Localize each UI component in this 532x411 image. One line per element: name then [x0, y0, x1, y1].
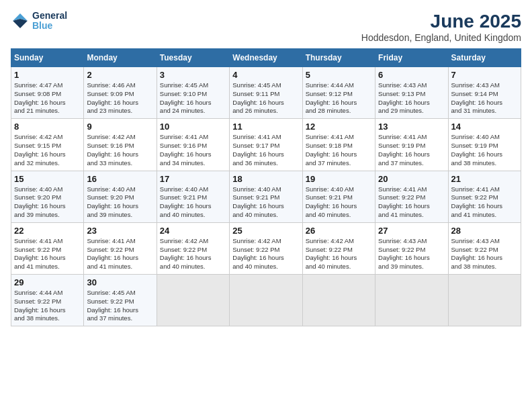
table-row: [448, 275, 521, 326]
col-saturday: Saturday: [448, 49, 521, 67]
day-number: 29: [14, 277, 81, 287]
table-row: 15Sunrise: 4:40 AM Sunset: 9:20 PM Dayli…: [11, 171, 84, 222]
day-number: 1: [14, 70, 81, 80]
day-info: Sunrise: 4:43 AM Sunset: 9:14 PM Dayligh…: [451, 81, 518, 116]
day-number: 16: [87, 174, 153, 184]
table-row: 2Sunrise: 4:46 AM Sunset: 9:09 PM Daylig…: [84, 67, 157, 119]
day-info: Sunrise: 4:43 AM Sunset: 9:22 PM Dayligh…: [451, 237, 518, 271]
table-row: 28Sunrise: 4:43 AM Sunset: 9:22 PM Dayli…: [448, 222, 521, 274]
day-number: 14: [451, 122, 518, 132]
table-row: 20Sunrise: 4:41 AM Sunset: 9:22 PM Dayli…: [375, 171, 448, 222]
logo-icon: [11, 11, 30, 30]
day-number: 8: [14, 122, 81, 132]
table-row: [230, 275, 302, 326]
col-tuesday: Tuesday: [157, 49, 229, 67]
day-info: Sunrise: 4:41 AM Sunset: 9:22 PM Dayligh…: [378, 185, 445, 220]
day-number: 24: [160, 226, 226, 236]
day-number: 5: [306, 70, 372, 80]
day-number: 9: [87, 122, 153, 132]
table-row: 25Sunrise: 4:42 AM Sunset: 9:22 PM Dayli…: [230, 222, 302, 274]
calendar-row: 15Sunrise: 4:40 AM Sunset: 9:20 PM Dayli…: [11, 171, 521, 222]
table-row: 9Sunrise: 4:42 AM Sunset: 9:16 PM Daylig…: [84, 119, 157, 171]
day-number: 17: [160, 174, 226, 184]
col-wednesday: Wednesday: [230, 49, 302, 67]
table-row: 8Sunrise: 4:42 AM Sunset: 9:15 PM Daylig…: [11, 119, 84, 171]
header: General Blue June 2025 Hoddesdon, Englan…: [11, 11, 521, 43]
day-info: Sunrise: 4:40 AM Sunset: 9:21 PM Dayligh…: [160, 185, 226, 220]
day-info: Sunrise: 4:41 AM Sunset: 9:18 PM Dayligh…: [306, 133, 372, 167]
day-info: Sunrise: 4:40 AM Sunset: 9:19 PM Dayligh…: [451, 133, 518, 167]
day-number: 28: [451, 226, 518, 236]
calendar-subtitle: Hoddesdon, England, United Kingdom: [361, 32, 521, 43]
day-number: 25: [232, 226, 299, 236]
table-row: 23Sunrise: 4:41 AM Sunset: 9:22 PM Dayli…: [84, 222, 157, 274]
day-info: Sunrise: 4:45 AM Sunset: 9:22 PM Dayligh…: [87, 289, 153, 323]
table-row: 11Sunrise: 4:41 AM Sunset: 9:17 PM Dayli…: [230, 119, 302, 171]
calendar-table: Sunday Monday Tuesday Wednesday Thursday…: [11, 48, 521, 326]
day-info: Sunrise: 4:40 AM Sunset: 9:20 PM Dayligh…: [14, 185, 81, 220]
table-row: 22Sunrise: 4:41 AM Sunset: 9:22 PM Dayli…: [11, 222, 84, 274]
table-row: 14Sunrise: 4:40 AM Sunset: 9:19 PM Dayli…: [448, 119, 521, 171]
day-info: Sunrise: 4:40 AM Sunset: 9:21 PM Dayligh…: [306, 185, 372, 220]
day-info: Sunrise: 4:43 AM Sunset: 9:13 PM Dayligh…: [378, 81, 445, 116]
day-info: Sunrise: 4:44 AM Sunset: 9:22 PM Dayligh…: [14, 289, 81, 323]
day-number: 3: [160, 70, 226, 80]
logo-line2: Blue: [32, 20, 52, 31]
table-row: 3Sunrise: 4:45 AM Sunset: 9:10 PM Daylig…: [157, 67, 229, 119]
day-number: 30: [87, 277, 153, 287]
day-info: Sunrise: 4:41 AM Sunset: 9:22 PM Dayligh…: [14, 237, 81, 271]
day-info: Sunrise: 4:44 AM Sunset: 9:12 PM Dayligh…: [306, 81, 372, 116]
logo-line1: General: [32, 11, 67, 21]
day-number: 22: [14, 226, 81, 236]
day-info: Sunrise: 4:42 AM Sunset: 9:15 PM Dayligh…: [14, 133, 81, 167]
day-number: 19: [306, 174, 372, 184]
day-number: 15: [14, 174, 81, 184]
day-info: Sunrise: 4:41 AM Sunset: 9:22 PM Dayligh…: [87, 237, 153, 271]
day-info: Sunrise: 4:46 AM Sunset: 9:09 PM Dayligh…: [87, 81, 153, 116]
table-row: 27Sunrise: 4:43 AM Sunset: 9:22 PM Dayli…: [375, 222, 448, 274]
table-row: 10Sunrise: 4:41 AM Sunset: 9:16 PM Dayli…: [157, 119, 229, 171]
day-info: Sunrise: 4:41 AM Sunset: 9:17 PM Dayligh…: [232, 133, 299, 167]
logo: General Blue: [11, 11, 67, 32]
table-row: [375, 275, 448, 326]
table-row: 18Sunrise: 4:40 AM Sunset: 9:21 PM Dayli…: [230, 171, 302, 222]
day-number: 27: [378, 226, 445, 236]
col-sunday: Sunday: [11, 49, 84, 67]
table-row: 13Sunrise: 4:41 AM Sunset: 9:19 PM Dayli…: [375, 119, 448, 171]
day-number: 2: [87, 70, 153, 80]
calendar-row: 1Sunrise: 4:47 AM Sunset: 9:08 PM Daylig…: [11, 67, 521, 119]
table-row: 17Sunrise: 4:40 AM Sunset: 9:21 PM Dayli…: [157, 171, 229, 222]
day-info: Sunrise: 4:42 AM Sunset: 9:22 PM Dayligh…: [306, 237, 372, 271]
table-row: 16Sunrise: 4:40 AM Sunset: 9:20 PM Dayli…: [84, 171, 157, 222]
logo-text: General Blue: [32, 11, 67, 32]
table-row: 26Sunrise: 4:42 AM Sunset: 9:22 PM Dayli…: [302, 222, 375, 274]
day-number: 7: [451, 70, 518, 80]
table-row: 29Sunrise: 4:44 AM Sunset: 9:22 PM Dayli…: [11, 275, 84, 326]
day-info: Sunrise: 4:40 AM Sunset: 9:21 PM Dayligh…: [232, 185, 299, 220]
col-monday: Monday: [84, 49, 157, 67]
day-number: 4: [232, 70, 299, 80]
day-number: 11: [232, 122, 299, 132]
col-thursday: Thursday: [302, 49, 375, 67]
table-row: 5Sunrise: 4:44 AM Sunset: 9:12 PM Daylig…: [302, 67, 375, 119]
calendar-title: June 2025: [361, 11, 521, 32]
day-number: 10: [160, 122, 226, 132]
title-section: June 2025 Hoddesdon, England, United Kin…: [361, 11, 521, 43]
page-container: General Blue June 2025 Hoddesdon, Englan…: [11, 11, 521, 326]
day-number: 13: [378, 122, 445, 132]
table-row: 19Sunrise: 4:40 AM Sunset: 9:21 PM Dayli…: [302, 171, 375, 222]
table-row: 30Sunrise: 4:45 AM Sunset: 9:22 PM Dayli…: [84, 275, 157, 326]
table-row: 21Sunrise: 4:41 AM Sunset: 9:22 PM Dayli…: [448, 171, 521, 222]
calendar-row: 29Sunrise: 4:44 AM Sunset: 9:22 PM Dayli…: [11, 275, 521, 326]
table-row: 7Sunrise: 4:43 AM Sunset: 9:14 PM Daylig…: [448, 67, 521, 119]
day-number: 12: [306, 122, 372, 132]
day-number: 18: [232, 174, 299, 184]
day-number: 20: [378, 174, 445, 184]
day-info: Sunrise: 4:40 AM Sunset: 9:20 PM Dayligh…: [87, 185, 153, 220]
day-number: 26: [306, 226, 372, 236]
day-info: Sunrise: 4:42 AM Sunset: 9:22 PM Dayligh…: [232, 237, 299, 271]
table-row: 1Sunrise: 4:47 AM Sunset: 9:08 PM Daylig…: [11, 67, 84, 119]
header-row: Sunday Monday Tuesday Wednesday Thursday…: [11, 49, 521, 67]
day-info: Sunrise: 4:47 AM Sunset: 9:08 PM Dayligh…: [14, 81, 81, 116]
calendar-row: 22Sunrise: 4:41 AM Sunset: 9:22 PM Dayli…: [11, 222, 521, 274]
